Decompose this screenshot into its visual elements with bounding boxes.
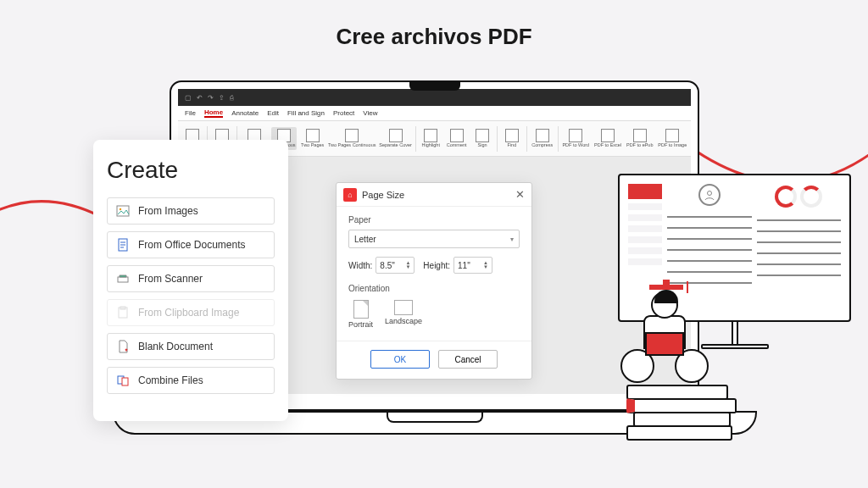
create-item-label: From Images (138, 205, 198, 217)
menu-view[interactable]: View (363, 109, 377, 117)
svg-rect-3 (118, 277, 128, 282)
portrait-icon (353, 300, 369, 319)
create-blank-document[interactable]: Blank Document (107, 333, 275, 360)
tool-pdf-epub[interactable]: PDF to ePub (626, 127, 654, 150)
create-from-clipboard: From Clipboard Image (107, 299, 275, 326)
chevron-down-icon: ▾ (510, 236, 514, 243)
tool-two-continuous[interactable]: Two Pages Continuous (329, 127, 376, 150)
image-icon (116, 204, 130, 218)
app-menubar: File Home Annotate Edit Fill and Sign Pr… (178, 106, 691, 121)
tool-comment[interactable]: Comment (445, 127, 468, 150)
height-label: Height: (423, 261, 450, 270)
menu-file[interactable]: File (185, 109, 196, 117)
create-from-images[interactable]: From Images (107, 197, 275, 225)
create-item-label: Combine Files (138, 374, 203, 386)
landscape-icon (394, 300, 413, 315)
paper-size-value: Letter (354, 235, 376, 244)
width-value: 8.5" (380, 261, 394, 270)
create-from-office[interactable]: From Office Documents (107, 231, 275, 258)
folder-icon: ▢ (185, 94, 192, 102)
donut-chart-icon (800, 186, 822, 208)
page-size-dialog: ⌂ Page Size ✕ Paper Letter ▾ Width: 8.5"… (336, 182, 532, 380)
paper-size-select[interactable]: Letter ▾ (348, 230, 520, 248)
orientation-landscape[interactable]: Landscape (385, 300, 422, 329)
ok-button[interactable]: OK (370, 350, 430, 369)
height-value: 11" (458, 261, 470, 270)
create-item-label: From Clipboard Image (138, 307, 239, 319)
tool-compress[interactable]: Compress (531, 127, 554, 150)
menu-fill-sign[interactable]: Fill and Sign (287, 109, 325, 117)
menu-annotate[interactable]: Annotate (231, 109, 259, 117)
office-icon (116, 238, 130, 252)
create-item-label: Blank Document (138, 341, 213, 352)
width-label: Width: (348, 261, 372, 270)
cancel-button[interactable]: Cancel (438, 350, 498, 369)
dialog-title: Page Size (362, 190, 510, 200)
export-icon: ⇪ (219, 94, 225, 102)
tool-separate-cover[interactable]: Separate Cover (379, 127, 413, 150)
redo-icon: ↷ (208, 94, 214, 102)
close-icon[interactable]: ✕ (515, 188, 525, 201)
app-titlebar: ▢↶↷⇪⎙ (178, 89, 691, 106)
print-icon: ⎙ (230, 94, 234, 102)
avatar-icon (698, 184, 721, 206)
app-icon: ⌂ (343, 188, 357, 202)
blank-icon (116, 340, 130, 353)
svg-rect-5 (120, 307, 125, 309)
undo-icon: ↶ (197, 94, 203, 102)
page-headline: Cree archivos PDF (0, 0, 868, 50)
create-combine-files[interactable]: Combine Files (107, 367, 275, 394)
menu-edit[interactable]: Edit (267, 109, 279, 117)
tool-find[interactable]: Find (501, 127, 523, 150)
svg-point-1 (120, 208, 121, 210)
paper-section-label: Paper (348, 215, 520, 225)
tool-sign[interactable]: Sign (471, 127, 493, 150)
menu-protect[interactable]: Protect (333, 109, 354, 117)
svg-rect-7 (122, 378, 128, 385)
clipboard-icon (116, 306, 130, 319)
student-illustration (601, 280, 737, 441)
orientation-portrait[interactable]: Portrait (348, 300, 373, 329)
create-item-label: From Office Documents (138, 239, 245, 251)
tool-two-pages[interactable]: Two Pages (300, 127, 326, 150)
tool-pdf-image[interactable]: PDF to Image (657, 127, 687, 150)
combine-icon (116, 374, 130, 387)
height-input[interactable]: 11" ▲▼ (453, 257, 492, 274)
create-panel: Create From Images From Office Documents… (93, 140, 288, 421)
create-from-scanner[interactable]: From Scanner (107, 265, 275, 292)
width-input[interactable]: 8.5" ▲▼ (376, 257, 415, 274)
create-title: Create (107, 157, 275, 184)
donut-chart-icon (775, 186, 797, 208)
tool-pdf-excel[interactable]: PDF to Excel (593, 127, 622, 150)
tool-pdf-word[interactable]: PDF to Word (561, 127, 590, 150)
orientation-section-label: Orientation (348, 284, 520, 293)
create-item-label: From Scanner (138, 273, 203, 285)
svg-point-8 (707, 191, 711, 196)
scanner-icon (116, 272, 130, 286)
menu-home[interactable]: Home (204, 108, 223, 118)
width-spinner[interactable]: ▲▼ (405, 261, 410, 269)
tool-highlight[interactable]: Highlight (420, 127, 442, 150)
height-spinner[interactable]: ▲▼ (483, 261, 488, 269)
